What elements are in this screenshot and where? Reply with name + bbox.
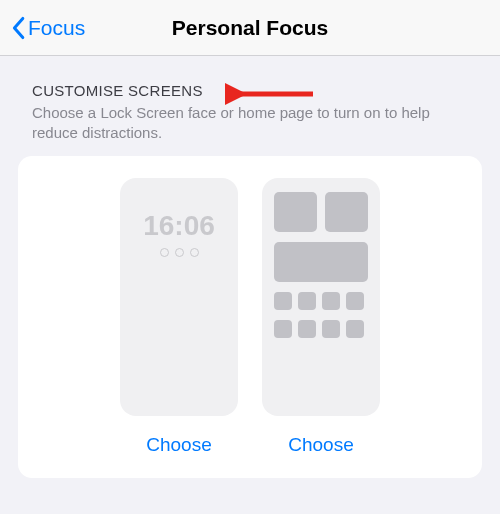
page-indicator-icon — [160, 248, 199, 257]
back-button[interactable]: Focus — [10, 16, 85, 40]
screens-card: 16:06 Choose Choo — [18, 156, 482, 478]
chevron-left-icon — [10, 16, 26, 40]
home-screen-widgets-icon — [262, 178, 380, 352]
lock-screen-time: 16:06 — [143, 210, 215, 242]
home-screen-preview[interactable] — [262, 178, 380, 416]
choose-lock-screen-button[interactable]: Choose — [146, 434, 212, 456]
lock-screen-option: 16:06 Choose — [120, 178, 238, 456]
section-header: CUSTOMISE SCREENS — [32, 82, 482, 99]
page-title: Personal Focus — [172, 16, 328, 40]
content: CUSTOMISE SCREENS Choose a Lock Screen f… — [0, 56, 500, 478]
back-label: Focus — [28, 16, 85, 40]
navbar: Focus Personal Focus — [0, 0, 500, 56]
home-screen-option: Choose — [262, 178, 380, 456]
choose-home-screen-button[interactable]: Choose — [288, 434, 354, 456]
section-description: Choose a Lock Screen face or home page t… — [32, 103, 468, 144]
lock-screen-preview[interactable]: 16:06 — [120, 178, 238, 416]
